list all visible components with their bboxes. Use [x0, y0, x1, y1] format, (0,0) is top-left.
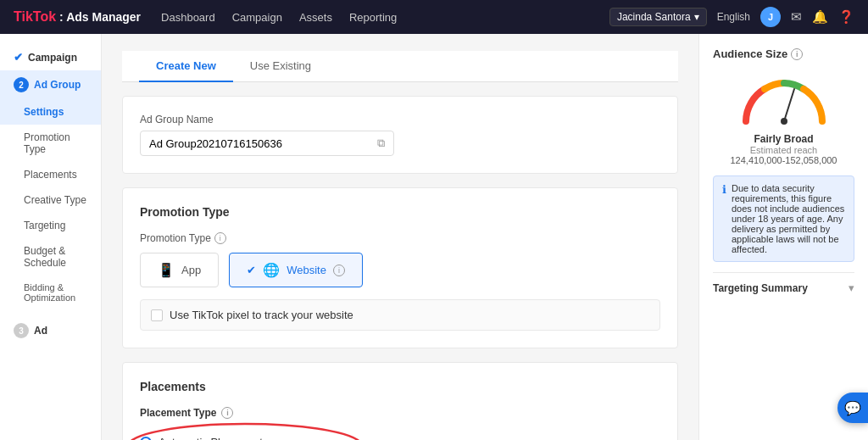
- gauge-container: Fairly Broad Estimated reach 124,410,000…: [713, 70, 854, 165]
- tab-bar: Create New Use Existing: [122, 51, 678, 82]
- reach-range: 124,410,000-152,058,000: [730, 155, 837, 165]
- sidebar-item-budget[interactable]: Budget & Schedule: [0, 238, 101, 276]
- help-icon[interactable]: ❓: [838, 9, 854, 25]
- mail-icon[interactable]: ✉: [791, 9, 802, 25]
- sidebar-label-adgroup: Ad Group: [34, 79, 81, 91]
- placement-type-label: Placement Type: [140, 407, 216, 419]
- main-content: Create New Use Existing Ad Group Name ⧉: [102, 34, 698, 440]
- sidebar-item-promotion-type[interactable]: Promotion Type: [0, 125, 101, 162]
- radio-automatic-placement[interactable]: Automatic Placement Automatically show y…: [140, 429, 454, 440]
- svg-line-1: [784, 89, 794, 121]
- tiktok-logo-icon: TikTok: [14, 9, 56, 25]
- right-panel: Audience Size i: [698, 34, 868, 440]
- info-box-text: Due to data security requirements, this …: [732, 183, 845, 254]
- placement-type-row: Placement Type i: [140, 407, 660, 419]
- promo-option-website[interactable]: ✔ 🌐 Website i: [229, 253, 363, 287]
- sidebar-label-targeting: Targeting: [24, 220, 65, 231]
- step-badge-2: 2: [14, 77, 29, 92]
- placement-type-info-icon[interactable]: i: [221, 407, 233, 419]
- sidebar-label-ad: Ad: [34, 325, 47, 337]
- sidebar-item-targeting[interactable]: Targeting: [0, 213, 101, 238]
- top-navigation: TikTok : Ads Manager Dashboard Campaign …: [0, 0, 868, 34]
- pixel-checkbox[interactable]: [151, 309, 163, 321]
- tab-use-existing[interactable]: Use Existing: [233, 51, 328, 82]
- placements-card-title: Placements: [140, 380, 660, 393]
- info-box-icon: ℹ: [722, 183, 726, 254]
- chevron-down-icon: ▾: [694, 11, 699, 23]
- promo-option-app-label: App: [181, 264, 201, 276]
- nav-links: Dashboard Campaign Assets Reporting: [161, 11, 589, 24]
- promotion-type-card: Promotion Type Promotion Type i 📱 App ✔ …: [122, 187, 678, 348]
- promotion-type-info-icon[interactable]: i: [214, 232, 226, 244]
- sidebar-label-placements: Placements: [24, 169, 77, 181]
- nav-reporting[interactable]: Reporting: [349, 11, 397, 24]
- lang-selector[interactable]: English: [717, 11, 750, 23]
- info-box: ℹ Due to data security requirements, thi…: [713, 175, 854, 262]
- nav-assets[interactable]: Assets: [299, 11, 332, 24]
- sidebar-label-settings: Settings: [24, 106, 64, 118]
- copy-icon[interactable]: ⧉: [377, 136, 385, 150]
- gauge-svg: [733, 70, 835, 130]
- website-icon: 🌐: [263, 262, 280, 278]
- sidebar-label-campaign: Campaign: [28, 52, 77, 64]
- svg-point-2: [781, 118, 787, 125]
- bell-icon[interactable]: 🔔: [812, 9, 828, 25]
- sidebar-label-budget: Budget & Schedule: [24, 245, 87, 269]
- content-area: Create New Use Existing Ad Group Name ⧉: [102, 34, 868, 440]
- sidebar-item-campaign[interactable]: ✔ Campaign: [0, 44, 101, 70]
- audience-info-icon[interactable]: i: [791, 48, 803, 60]
- sidebar-label-bidding: Bidding & Optimization: [24, 282, 87, 303]
- sidebar-item-bidding[interactable]: Bidding & Optimization: [0, 276, 101, 309]
- app-icon: 📱: [158, 262, 175, 278]
- ads-manager-label: : Ads Manager: [59, 10, 141, 24]
- main-wrapper: Create New Use Existing Ad Group Name ⧉: [102, 34, 868, 440]
- tab-create-new[interactable]: Create New: [139, 51, 233, 82]
- promotion-options: 📱 App ✔ 🌐 Website i: [140, 253, 660, 287]
- user-name: Jacinda Santora: [617, 11, 691, 23]
- sidebar-label-creative-type: Creative Type: [24, 194, 86, 206]
- promo-option-website-label: Website: [287, 264, 326, 276]
- estimated-reach-label: Estimated reach: [750, 145, 817, 155]
- website-info-icon[interactable]: i: [333, 265, 345, 276]
- promotion-type-card-title: Promotion Type: [140, 205, 660, 219]
- step-badge-3: 3: [14, 323, 29, 338]
- avatar: J: [760, 7, 781, 27]
- radio-automatic-icon: [140, 437, 152, 440]
- tiktok-pixel-row: Use TikTok pixel to track your website: [140, 299, 660, 331]
- sidebar-item-settings[interactable]: Settings: [0, 99, 101, 125]
- sidebar-item-ad[interactable]: 3 Ad: [0, 316, 101, 345]
- sidebar-item-creative-type[interactable]: Creative Type: [0, 187, 101, 213]
- ad-group-name-card: Ad Group Name ⧉: [122, 96, 678, 174]
- sidebar-item-placements[interactable]: Placements: [0, 162, 101, 187]
- ad-group-name-input-wrapper[interactable]: ⧉: [140, 131, 394, 156]
- check-icon: ✔: [14, 51, 23, 64]
- ad-group-name-input[interactable]: [149, 137, 377, 150]
- radio-automatic-content: Automatic Placement Automatically show y…: [159, 436, 454, 440]
- sidebar-label-promotion-type: Promotion Type: [24, 131, 87, 155]
- selected-check-icon: ✔: [247, 264, 256, 276]
- nav-right: Jacinda Santora ▾ English J ✉ 🔔 ❓: [609, 7, 854, 27]
- automatic-label: Automatic Placement: [159, 436, 454, 440]
- targeting-summary-row[interactable]: Targeting Summary ▾: [713, 272, 854, 303]
- nav-campaign[interactable]: Campaign: [232, 11, 282, 24]
- sidebar-item-adgroup[interactable]: 2 Ad Group: [0, 70, 101, 99]
- placements-card: Placements Placement Type i Automatic Pl…: [122, 362, 678, 440]
- audience-size-title: Audience Size i: [713, 47, 854, 60]
- gauge-label: Fairly Broad: [754, 133, 813, 145]
- promo-option-app[interactable]: 📱 App: [140, 253, 219, 287]
- ad-group-name-label: Ad Group Name: [140, 114, 660, 125]
- app-body: ✔ Campaign 2 Ad Group Settings Promotion…: [0, 34, 868, 440]
- sidebar: ✔ Campaign 2 Ad Group Settings Promotion…: [0, 34, 102, 440]
- chevron-down-icon: ▾: [849, 281, 854, 294]
- targeting-summary-label: Targeting Summary: [713, 282, 808, 294]
- chat-bubble[interactable]: 💬: [837, 393, 868, 423]
- nav-dashboard[interactable]: Dashboard: [161, 11, 215, 24]
- pixel-label: Use TikTok pixel to track your website: [170, 309, 353, 321]
- chat-icon: 💬: [844, 400, 861, 416]
- user-selector[interactable]: Jacinda Santora ▾: [609, 8, 707, 26]
- promotion-type-label: Promotion Type i: [140, 232, 660, 244]
- brand-logo: TikTok : Ads Manager: [14, 9, 141, 25]
